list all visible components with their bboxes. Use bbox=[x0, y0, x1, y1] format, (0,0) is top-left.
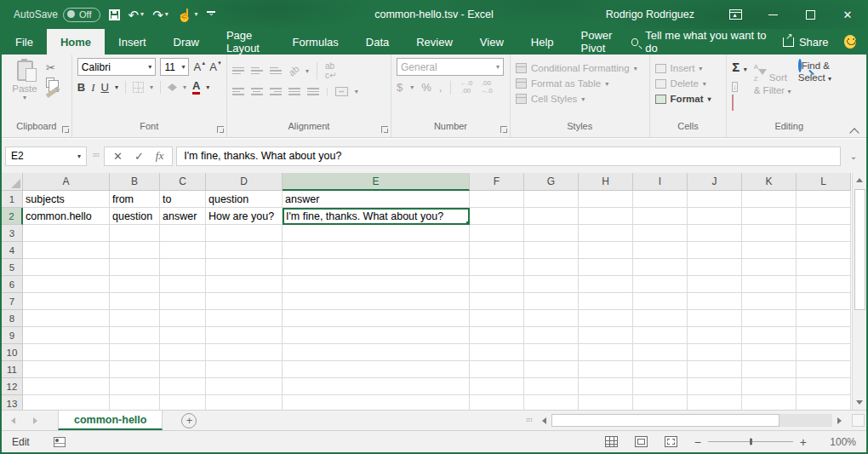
italic-button[interactable]: I bbox=[91, 81, 94, 95]
cell-J8[interactable] bbox=[688, 310, 742, 327]
cell-B12[interactable] bbox=[110, 378, 160, 395]
cell-K8[interactable] bbox=[742, 310, 797, 327]
font-name-combobox[interactable]: Calibri ▾ bbox=[77, 58, 157, 76]
cell-L11[interactable] bbox=[797, 361, 851, 378]
cell-F3[interactable] bbox=[470, 225, 524, 242]
row-header-13[interactable]: 13 bbox=[2, 395, 23, 410]
cell-I5[interactable] bbox=[633, 259, 688, 276]
cell-E6[interactable] bbox=[283, 276, 470, 293]
borders-icon[interactable] bbox=[133, 82, 144, 93]
cell-K9[interactable] bbox=[742, 327, 797, 344]
cell-K7[interactable] bbox=[742, 293, 797, 310]
cell-H13[interactable] bbox=[579, 395, 633, 410]
tab-splitter-handle[interactable]: ⠿ bbox=[526, 417, 531, 424]
cell-G2[interactable] bbox=[524, 208, 579, 225]
format-painter-icon[interactable] bbox=[46, 89, 57, 98]
collapse-ribbon-icon[interactable] bbox=[851, 127, 859, 132]
cell-G1[interactable] bbox=[524, 191, 579, 208]
cell-J3[interactable] bbox=[688, 225, 742, 242]
cell-G4[interactable] bbox=[524, 242, 579, 259]
cell-G3[interactable] bbox=[524, 225, 579, 242]
cell-L3[interactable] bbox=[797, 225, 851, 242]
column-header-L[interactable]: L bbox=[797, 173, 851, 191]
clear-button[interactable] bbox=[732, 95, 746, 111]
cell-C6[interactable] bbox=[160, 276, 206, 293]
cell-L2[interactable] bbox=[797, 208, 851, 225]
font-color-caret-icon[interactable]: ▾ bbox=[206, 83, 209, 91]
cell-D9[interactable] bbox=[206, 327, 283, 344]
cell-I7[interactable] bbox=[633, 293, 688, 310]
tab-view[interactable]: View bbox=[466, 29, 517, 55]
new-sheet-icon[interactable]: + bbox=[181, 413, 197, 428]
tab-data[interactable]: Data bbox=[352, 29, 403, 55]
cell-A4[interactable] bbox=[23, 242, 110, 259]
tab-insert[interactable]: Insert bbox=[105, 29, 160, 55]
cell-B3[interactable] bbox=[110, 225, 160, 242]
scroll-down-icon[interactable] bbox=[853, 395, 867, 410]
expand-formula-bar-icon[interactable]: ⌄ bbox=[844, 152, 863, 161]
tab-draw[interactable]: Draw bbox=[160, 29, 213, 55]
cell-A11[interactable] bbox=[23, 361, 110, 378]
column-header-A[interactable]: A bbox=[23, 173, 110, 191]
grow-font-icon[interactable]: A▴ bbox=[193, 60, 205, 73]
cell-G12[interactable] bbox=[524, 378, 579, 395]
column-header-E[interactable]: E bbox=[283, 173, 470, 191]
cell-A9[interactable] bbox=[23, 327, 110, 344]
cell-K11[interactable] bbox=[742, 361, 797, 378]
cell-H6[interactable] bbox=[579, 276, 633, 293]
cell-A1[interactable]: subjects bbox=[23, 191, 110, 208]
cell-D2[interactable]: How are you? bbox=[206, 208, 283, 225]
cell-styles-button[interactable]: Cell Styles ▾ bbox=[516, 94, 644, 104]
normal-view-icon[interactable] bbox=[605, 436, 618, 447]
cell-G10[interactable] bbox=[524, 344, 579, 361]
cell-L13[interactable] bbox=[797, 395, 851, 410]
zoom-slider[interactable] bbox=[708, 441, 793, 442]
cell-H4[interactable] bbox=[579, 242, 633, 259]
cell-H9[interactable] bbox=[579, 327, 633, 344]
cell-J13[interactable] bbox=[688, 395, 742, 410]
cell-J12[interactable] bbox=[688, 378, 742, 395]
increase-decimal-icon[interactable]: ←.0.00 bbox=[460, 80, 472, 95]
cell-L1[interactable] bbox=[797, 191, 851, 208]
column-header-D[interactable]: D bbox=[206, 173, 283, 191]
cell-I1[interactable] bbox=[633, 191, 688, 208]
column-header-J[interactable]: J bbox=[688, 173, 742, 191]
cell-E4[interactable] bbox=[283, 242, 470, 259]
cell-F1[interactable] bbox=[470, 191, 524, 208]
cell-J11[interactable] bbox=[688, 361, 742, 378]
column-header-H[interactable]: H bbox=[579, 173, 633, 191]
cell-H1[interactable] bbox=[579, 191, 633, 208]
insert-function-icon[interactable]: fx bbox=[156, 149, 163, 163]
copy-icon[interactable] bbox=[46, 78, 54, 88]
cell-F12[interactable] bbox=[470, 378, 524, 395]
tab-power-pivot[interactable]: Power Pivot bbox=[568, 29, 631, 55]
row-header-2[interactable]: 2 bbox=[2, 208, 23, 225]
font-size-combobox[interactable]: 11 ▾ bbox=[160, 58, 189, 76]
cell-A8[interactable] bbox=[23, 310, 110, 327]
cell-B4[interactable] bbox=[110, 242, 160, 259]
bottom-align-icon[interactable] bbox=[270, 67, 282, 75]
share-button[interactable]: Share bbox=[783, 36, 829, 49]
row-header-7[interactable]: 7 bbox=[2, 293, 23, 310]
cell-E8[interactable] bbox=[283, 310, 470, 327]
comma-icon[interactable]: , bbox=[439, 81, 443, 94]
format-as-table-button[interactable]: Format as Table ▾ bbox=[516, 78, 644, 89]
cell-A7[interactable] bbox=[23, 293, 110, 310]
middle-align-icon[interactable] bbox=[251, 67, 263, 75]
cell-D13[interactable] bbox=[206, 395, 283, 410]
minimize-button[interactable] bbox=[754, 0, 791, 29]
cell-L6[interactable] bbox=[797, 276, 851, 293]
cell-E9[interactable] bbox=[283, 327, 470, 344]
cell-K5[interactable] bbox=[742, 259, 797, 276]
cell-D8[interactable] bbox=[206, 310, 283, 327]
cell-A2[interactable]: common.hello bbox=[23, 208, 110, 225]
cell-B13[interactable] bbox=[110, 395, 160, 410]
row-header-3[interactable]: 3 bbox=[2, 225, 23, 242]
cell-A12[interactable] bbox=[23, 378, 110, 395]
cell-D6[interactable] bbox=[206, 276, 283, 293]
wrap-text-icon[interactable]: abc↵ bbox=[325, 61, 336, 80]
scroll-up-icon[interactable] bbox=[853, 173, 867, 187]
cell-B5[interactable] bbox=[110, 259, 160, 276]
alignment-dialog-launcher-icon[interactable] bbox=[381, 126, 388, 133]
sheet-nav-left-icon[interactable] bbox=[2, 411, 24, 430]
